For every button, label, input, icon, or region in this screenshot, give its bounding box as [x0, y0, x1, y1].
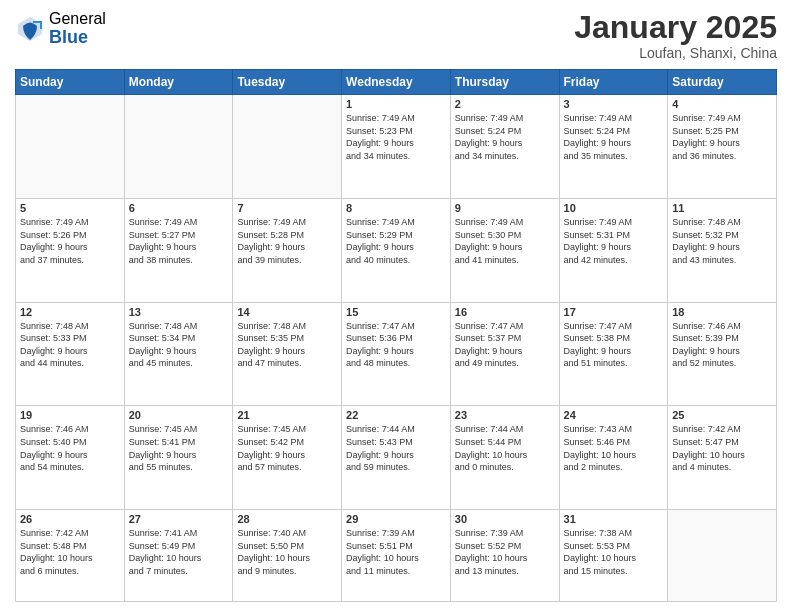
page: General Blue January 2025 Loufan, Shanxi…	[0, 0, 792, 612]
cell-line: Daylight: 9 hours	[129, 450, 197, 460]
day-number: 24	[564, 409, 664, 421]
cell-content: Sunrise: 7:47 AMSunset: 5:38 PMDaylight:…	[564, 320, 664, 370]
calendar-body: 1Sunrise: 7:49 AMSunset: 5:23 PMDaylight…	[16, 95, 777, 602]
cell-line: Daylight: 9 hours	[346, 346, 414, 356]
cell-line: Sunrise: 7:49 AM	[129, 217, 198, 227]
cell-line: Daylight: 9 hours	[129, 346, 197, 356]
calendar-cell: 17Sunrise: 7:47 AMSunset: 5:38 PMDayligh…	[559, 302, 668, 406]
cell-line: Sunrise: 7:46 AM	[20, 424, 89, 434]
cell-line: and 44 minutes.	[20, 358, 84, 368]
day-headers-row: SundayMondayTuesdayWednesdayThursdayFrid…	[16, 70, 777, 95]
calendar-cell: 27Sunrise: 7:41 AMSunset: 5:49 PMDayligh…	[124, 510, 233, 602]
cell-line: and 49 minutes.	[455, 358, 519, 368]
calendar-cell: 16Sunrise: 7:47 AMSunset: 5:37 PMDayligh…	[450, 302, 559, 406]
cell-line: Sunrise: 7:47 AM	[564, 321, 633, 331]
cell-line: Sunset: 5:36 PM	[346, 333, 413, 343]
cell-line: Daylight: 9 hours	[237, 242, 305, 252]
cell-line: Sunrise: 7:48 AM	[20, 321, 89, 331]
cell-content: Sunrise: 7:45 AMSunset: 5:42 PMDaylight:…	[237, 423, 337, 473]
cell-line: Daylight: 9 hours	[672, 138, 740, 148]
cell-content: Sunrise: 7:49 AMSunset: 5:27 PMDaylight:…	[129, 216, 229, 266]
cell-line: Daylight: 9 hours	[564, 138, 632, 148]
day-number: 1	[346, 98, 446, 110]
cell-content: Sunrise: 7:49 AMSunset: 5:25 PMDaylight:…	[672, 112, 772, 162]
cell-line: Daylight: 9 hours	[672, 242, 740, 252]
calendar-cell: 10Sunrise: 7:49 AMSunset: 5:31 PMDayligh…	[559, 198, 668, 302]
cell-line: Daylight: 9 hours	[20, 242, 88, 252]
cell-line: Daylight: 9 hours	[455, 346, 523, 356]
day-header-wednesday: Wednesday	[342, 70, 451, 95]
cell-line: Daylight: 9 hours	[129, 242, 197, 252]
cell-line: Sunset: 5:35 PM	[237, 333, 304, 343]
cell-line: and 4 minutes.	[672, 462, 731, 472]
cell-line: Sunrise: 7:38 AM	[564, 528, 633, 538]
calendar-cell	[233, 95, 342, 199]
cell-line: and 37 minutes.	[20, 255, 84, 265]
calendar-cell: 28Sunrise: 7:40 AMSunset: 5:50 PMDayligh…	[233, 510, 342, 602]
day-number: 22	[346, 409, 446, 421]
cell-line: and 15 minutes.	[564, 566, 628, 576]
calendar-cell: 23Sunrise: 7:44 AMSunset: 5:44 PMDayligh…	[450, 406, 559, 510]
cell-line: and 57 minutes.	[237, 462, 301, 472]
calendar-cell: 24Sunrise: 7:43 AMSunset: 5:46 PMDayligh…	[559, 406, 668, 510]
cell-line: Daylight: 9 hours	[237, 346, 305, 356]
calendar-cell	[668, 510, 777, 602]
cell-line: Daylight: 9 hours	[20, 450, 88, 460]
cell-line: and 2 minutes.	[564, 462, 623, 472]
cell-line: Sunrise: 7:48 AM	[237, 321, 306, 331]
calendar-cell: 19Sunrise: 7:46 AMSunset: 5:40 PMDayligh…	[16, 406, 125, 510]
cell-line: Sunset: 5:31 PM	[564, 230, 631, 240]
cell-line: Sunset: 5:24 PM	[564, 126, 631, 136]
cell-line: Sunrise: 7:49 AM	[455, 217, 524, 227]
calendar-cell: 14Sunrise: 7:48 AMSunset: 5:35 PMDayligh…	[233, 302, 342, 406]
cell-line: Sunset: 5:44 PM	[455, 437, 522, 447]
cell-line: Sunset: 5:29 PM	[346, 230, 413, 240]
day-number: 30	[455, 513, 555, 525]
logo-blue: Blue	[49, 28, 106, 48]
day-number: 3	[564, 98, 664, 110]
cell-line: Sunrise: 7:47 AM	[346, 321, 415, 331]
cell-line: Sunrise: 7:49 AM	[237, 217, 306, 227]
cell-line: and 40 minutes.	[346, 255, 410, 265]
calendar-cell	[16, 95, 125, 199]
cell-content: Sunrise: 7:44 AMSunset: 5:43 PMDaylight:…	[346, 423, 446, 473]
cell-line: Daylight: 9 hours	[237, 450, 305, 460]
cell-line: Daylight: 10 hours	[129, 553, 202, 563]
cell-line: Sunrise: 7:49 AM	[346, 217, 415, 227]
cell-content: Sunrise: 7:44 AMSunset: 5:44 PMDaylight:…	[455, 423, 555, 473]
cell-line: Sunset: 5:25 PM	[672, 126, 739, 136]
cell-line: Daylight: 9 hours	[20, 346, 88, 356]
cell-line: Sunset: 5:48 PM	[20, 541, 87, 551]
cell-line: and 42 minutes.	[564, 255, 628, 265]
cell-line: Sunrise: 7:49 AM	[564, 113, 633, 123]
cell-line: Daylight: 10 hours	[672, 450, 745, 460]
cell-line: Sunset: 5:52 PM	[455, 541, 522, 551]
cell-line: Sunset: 5:33 PM	[20, 333, 87, 343]
cell-line: Daylight: 9 hours	[346, 138, 414, 148]
day-number: 9	[455, 202, 555, 214]
cell-content: Sunrise: 7:48 AMSunset: 5:33 PMDaylight:…	[20, 320, 120, 370]
day-number: 25	[672, 409, 772, 421]
day-number: 19	[20, 409, 120, 421]
calendar-cell: 25Sunrise: 7:42 AMSunset: 5:47 PMDayligh…	[668, 406, 777, 510]
cell-line: Sunset: 5:27 PM	[129, 230, 196, 240]
cell-line: Sunrise: 7:49 AM	[564, 217, 633, 227]
cell-content: Sunrise: 7:49 AMSunset: 5:24 PMDaylight:…	[455, 112, 555, 162]
cell-line: and 35 minutes.	[564, 151, 628, 161]
calendar-cell: 3Sunrise: 7:49 AMSunset: 5:24 PMDaylight…	[559, 95, 668, 199]
day-number: 28	[237, 513, 337, 525]
cell-line: Sunrise: 7:48 AM	[672, 217, 741, 227]
day-number: 5	[20, 202, 120, 214]
cell-line: Sunrise: 7:43 AM	[564, 424, 633, 434]
cell-line: and 0 minutes.	[455, 462, 514, 472]
cell-content: Sunrise: 7:43 AMSunset: 5:46 PMDaylight:…	[564, 423, 664, 473]
calendar-cell: 20Sunrise: 7:45 AMSunset: 5:41 PMDayligh…	[124, 406, 233, 510]
day-header-thursday: Thursday	[450, 70, 559, 95]
day-number: 21	[237, 409, 337, 421]
cell-line: Sunset: 5:43 PM	[346, 437, 413, 447]
cell-line: and 55 minutes.	[129, 462, 193, 472]
cell-line: Daylight: 9 hours	[564, 346, 632, 356]
cell-line: Sunset: 5:40 PM	[20, 437, 87, 447]
cell-content: Sunrise: 7:49 AMSunset: 5:29 PMDaylight:…	[346, 216, 446, 266]
cell-line: and 38 minutes.	[129, 255, 193, 265]
